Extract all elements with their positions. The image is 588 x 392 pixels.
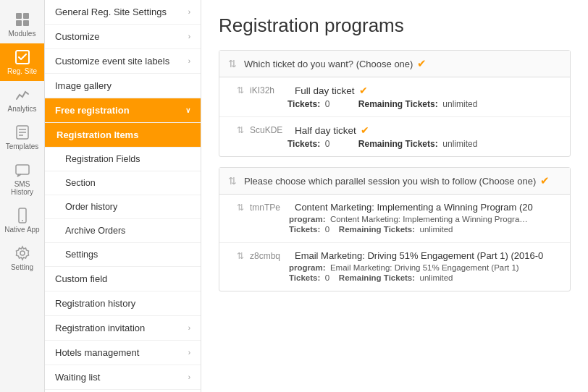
ticket-meta: Tickets: 0 Remaining Tickets: unlimited: [237, 139, 560, 149]
check-circle-icon: ✔: [540, 174, 550, 187]
reg-site-label: Reg. Site: [7, 67, 37, 75]
ticket-name: Full day ticket: [295, 85, 355, 96]
nav-order-history[interactable]: Order history: [45, 195, 201, 219]
svg-rect-1: [23, 13, 29, 19]
svg-rect-3: [23, 20, 29, 26]
svg-rect-2: [16, 20, 22, 26]
sidebar-item-sms-history[interactable]: SMS History: [0, 156, 44, 202]
ticket-code: iKI32h: [250, 85, 287, 95]
gear-icon: [14, 245, 30, 261]
grid-icon: [14, 12, 30, 27]
nav-custom-field[interactable]: Custom field: [45, 267, 201, 291]
tickets-label: Tickets: 0: [287, 99, 345, 109]
native-app-label: Native App: [4, 226, 39, 234]
section-header-text: Which ticket do you want? (Choose one): [244, 59, 413, 69]
sort-handle-icon[interactable]: ⇅: [237, 251, 244, 261]
program-meta: program: Content Marketing: Implementing…: [237, 215, 560, 234]
svg-rect-9: [16, 165, 29, 174]
svg-point-11: [22, 220, 23, 221]
sidebar-item-setting[interactable]: Setting: [0, 239, 44, 277]
nav-hotels-management[interactable]: Hotels management ›: [45, 341, 201, 365]
analytics-label: Analytics: [7, 105, 36, 113]
remaining-tickets-label: Remaining Tickets: unlimited: [358, 99, 491, 109]
nav-settings[interactable]: Settings: [45, 243, 201, 267]
sort-handle-icon[interactable]: ⇅: [237, 85, 244, 95]
ticket-name: Half day ticket: [295, 125, 356, 136]
nav-customize[interactable]: Customize ›: [45, 25, 201, 49]
ticket-item-halfday: ⇅ ScuKDE Half day ticket ✔ Tickets: 0 Re…: [219, 117, 570, 156]
remaining-tickets-label: Remaining Tickets: unlimited: [358, 139, 491, 149]
nav-registration-fields[interactable]: Registration Fields: [45, 148, 201, 171]
ticket-item-fullday: ⇅ iKI32h Full day ticket ✔ Tickets: 0 Re…: [219, 77, 570, 117]
nav-image-gallery[interactable]: Image gallery: [45, 74, 201, 98]
mobile-icon: [14, 208, 30, 223]
program-name: Content Marketing: Implementing a Winnin…: [295, 202, 533, 213]
chevron-down-icon: ∨: [185, 106, 190, 114]
modules-label: Modules: [9, 30, 36, 38]
nav-customize-labels[interactable]: Customize event site labels ›: [45, 49, 201, 74]
sort-icon: ⇅: [228, 175, 237, 187]
program-item-email-marketing: ⇅ z8cmbq Email Marketing: Driving 51% En…: [219, 243, 570, 291]
sidebar-item-templates[interactable]: Templates: [0, 119, 44, 156]
chevron-right-icon: ›: [188, 8, 190, 16]
sms-history-label: SMS History: [3, 180, 41, 196]
sidebar-item-native-app[interactable]: Native App: [0, 202, 44, 239]
main-content: Registration programs ⇅ Which ticket do …: [201, 0, 588, 392]
nav-section[interactable]: Section: [45, 171, 201, 195]
nav-archive-orders[interactable]: Archive Orders: [45, 219, 201, 243]
nav-registration-history[interactable]: Registration history: [45, 291, 201, 316]
reg-site-icon: [14, 49, 30, 65]
nav-sidebar: General Reg. Site Settings › Customize ›…: [45, 0, 201, 392]
page-title: Registration programs: [219, 14, 571, 37]
chevron-right-icon: ›: [188, 57, 190, 65]
program-label: program: Email Marketing: Driving 51% En…: [289, 263, 560, 272]
templates-icon: [14, 124, 30, 140]
program-meta: program: Email Marketing: Driving 51% En…: [237, 263, 560, 282]
sort-handle-icon[interactable]: ⇅: [237, 125, 244, 135]
chevron-right-icon: ›: [188, 349, 190, 357]
sidebar-item-analytics[interactable]: Analytics: [0, 81, 44, 119]
svg-rect-0: [16, 13, 22, 19]
chevron-right-icon: ›: [188, 373, 190, 381]
sms-icon: [14, 162, 30, 178]
templates-label: Templates: [6, 142, 39, 150]
sort-icon: ⇅: [228, 58, 237, 69]
ticket-meta: Tickets: 0 Remaining Tickets: unlimited: [237, 99, 560, 109]
chevron-right-icon: ›: [188, 324, 190, 332]
svg-point-12: [20, 251, 25, 255]
nav-waiting-list[interactable]: Waiting list ›: [45, 365, 201, 390]
program-name: Email Marketing: Driving 51% Engagement …: [295, 250, 543, 261]
nav-general-reg-settings[interactable]: General Reg. Site Settings ›: [45, 0, 201, 25]
program-section-sessions: ⇅ Please choose which parallel session y…: [219, 167, 571, 291]
analytics-icon: [14, 87, 30, 103]
ticket-code: ScuKDE: [250, 125, 287, 135]
program-label: program: Content Marketing: Implementing…: [289, 215, 560, 223]
chevron-right-icon: ›: [188, 33, 190, 41]
icon-sidebar: Modules Reg. Site Analytics Templates SM…: [0, 0, 45, 392]
program-item-content-marketing: ⇅ tmnTPe Content Marketing: Implementing…: [219, 195, 570, 243]
program-section-tickets: ⇅ Which ticket do you want? (Choose one)…: [219, 50, 571, 157]
sidebar-item-reg-site[interactable]: Reg. Site: [0, 43, 44, 81]
program-code: z8cmbq: [250, 251, 287, 261]
program-code: tmnTPe: [250, 203, 287, 213]
tickets-label: Tickets: 0: [287, 139, 345, 149]
nav-registration-items[interactable]: Registration Items: [45, 123, 201, 148]
nav-registration-invitation[interactable]: Registration invitation ›: [45, 316, 201, 341]
nav-free-registration[interactable]: Free registration ∨: [45, 98, 201, 123]
ticket-check-icon: ✔: [359, 85, 368, 96]
sidebar-item-modules[interactable]: Modules: [0, 6, 44, 43]
section-header-tickets: ⇅ Which ticket do you want? (Choose one)…: [219, 51, 570, 77]
ticket-check-icon: ✔: [361, 124, 369, 136]
check-circle-icon: ✔: [417, 57, 427, 70]
sort-handle-icon[interactable]: ⇅: [237, 203, 244, 213]
program-tickets-info: Tickets: 0 Remaining Tickets: unlimited: [289, 225, 560, 234]
section-header-text: Please choose which parallel session you…: [244, 176, 536, 187]
program-tickets-info: Tickets: 0 Remaining Tickets: unlimited: [289, 273, 560, 282]
setting-label: Setting: [11, 263, 33, 271]
section-header-sessions: ⇅ Please choose which parallel session y…: [219, 168, 570, 195]
